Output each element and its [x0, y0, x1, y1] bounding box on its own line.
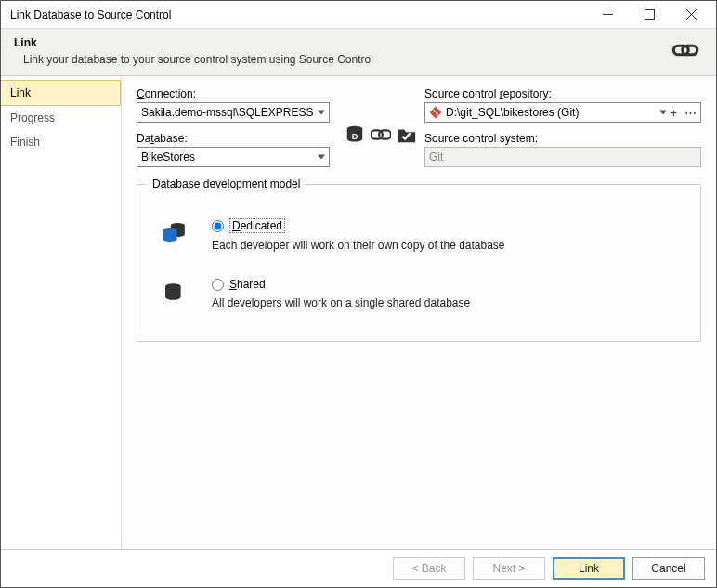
close-button[interactable] — [671, 2, 712, 28]
header-subtitle: Link your database to your source contro… — [14, 53, 668, 66]
folder-check-icon — [397, 124, 417, 145]
more-repo-button[interactable]: ⋯ — [683, 106, 698, 120]
next-button: Next > — [473, 557, 545, 580]
cancel-button[interactable]: Cancel — [632, 557, 705, 580]
shared-db-icon — [156, 278, 193, 304]
link-button[interactable]: Link — [553, 557, 625, 580]
wizard-sidebar: Link Progress Finish — [1, 76, 122, 549]
dedicated-label[interactable]: Dedicated — [229, 218, 285, 233]
dev-model-group: Database development model Dedicated — [137, 184, 701, 342]
title-bar: Link Database to Source Control — [1, 1, 716, 29]
database-d-icon: D — [345, 124, 365, 145]
group-title: Database development model — [147, 177, 306, 190]
chevron-down-icon — [659, 111, 667, 115]
source-control-system: Git — [424, 147, 701, 167]
connection-label: CConnection:onnection: — [137, 87, 413, 100]
chevron-down-icon — [318, 111, 325, 115]
minimize-button[interactable] — [587, 2, 629, 28]
window-title: Link Database to Source Control — [10, 8, 587, 21]
sidebar-item-link[interactable]: Link — [1, 80, 121, 106]
repository-dropdown[interactable]: D:\git_SQL\bikestores (Git) + ⋯ — [424, 102, 701, 123]
link-illustration: D — [345, 124, 417, 145]
chevron-down-icon — [318, 155, 325, 160]
back-button: < Back — [393, 557, 465, 580]
sidebar-item-progress[interactable]: Progress — [1, 106, 121, 130]
svg-rect-1 — [645, 10, 655, 20]
link-chain-icon — [668, 39, 703, 64]
footer: < Back Next > Link Cancel — [1, 549, 716, 587]
svg-text:D: D — [352, 132, 358, 141]
header-title: Link — [14, 36, 668, 49]
maximize-button[interactable] — [629, 2, 671, 28]
dedicated-radio[interactable] — [212, 220, 224, 232]
connection-dropdown[interactable]: Sakila.demo-mssql\SQLEXPRESS — [137, 102, 330, 123]
shared-desc: All developers will work on a single sha… — [212, 296, 682, 309]
dedicated-db-icon — [156, 218, 193, 244]
dedicated-desc: Each developer will work on their own co… — [212, 239, 682, 252]
system-label: Source control system: — [424, 132, 701, 145]
header-band: Link Link your database to your source c… — [1, 29, 716, 76]
sidebar-item-finish[interactable]: Finish — [1, 130, 121, 154]
repo-label: Source control repository: — [424, 87, 701, 100]
database-dropdown[interactable]: BikeStores — [137, 147, 330, 167]
shared-radio[interactable] — [212, 279, 224, 291]
chain-icon — [371, 128, 391, 141]
add-repo-button[interactable]: + — [668, 106, 679, 120]
git-icon — [429, 106, 442, 119]
shared-label[interactable]: Shared — [229, 278, 266, 291]
